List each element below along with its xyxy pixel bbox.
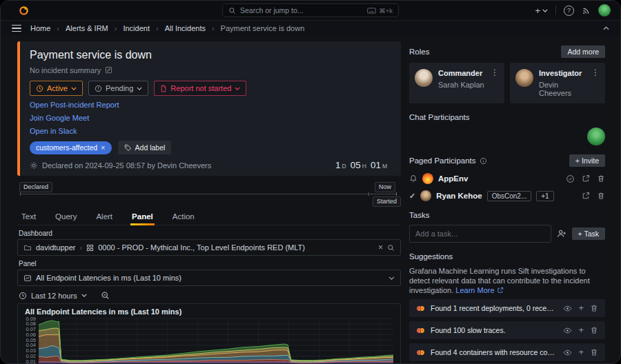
suggestion-item[interactable]: Found 1 recent deployments, 0 recent sta… [409,299,605,317]
breadcrumb-alerts-irm[interactable]: Alerts & IRM [66,24,108,32]
trash-icon[interactable] [590,326,598,334]
suggestions-section: Suggestions Grafana Machine Learning run… [409,251,605,361]
clock-icon [19,292,27,300]
timeline-now-chip: Now [375,182,395,192]
open-post-incident-report-link[interactable]: Open Post-incident Report [30,101,390,110]
trash-icon[interactable] [597,174,605,183]
topbar-divider [555,6,556,15]
sift-brain-icon [416,304,425,313]
status-report-dropdown[interactable]: Report not started [154,81,246,96]
check-icon: ✓ [409,192,415,201]
open-in-slack-link[interactable]: Open in Slack [30,127,390,136]
learn-more-link[interactable]: Learn More [455,286,503,294]
menu-toggle-icon[interactable] [12,25,21,32]
svg-text:0.09: 0.09 [26,316,36,322]
status-pending-dropdown[interactable]: Pending [88,81,148,96]
external-link-icon[interactable] [582,192,590,200]
trash-icon[interactable] [590,348,598,356]
breadcrumb-current: Payment service is down [221,24,305,32]
message-tabs: Text Query Alert Panel Action [17,209,401,225]
new-menu-button[interactable]: + [535,6,548,16]
eye-icon[interactable] [563,348,572,357]
graph-icon [23,274,32,282]
tasks-section: Tasks + Task [409,210,605,243]
svg-text:0.06: 0.06 [26,332,36,338]
paged-row-appenv: AppEnv [409,173,605,184]
dashboard-picker[interactable]: davidtupper › 0000 - PROD - Mythical Inc… [17,239,401,256]
time-range-picker[interactable]: Last 12 hours [31,292,77,300]
gear-icon[interactable] [30,161,38,170]
role-card-commander[interactable]: Commander Sarah Kaplan ⋮ [409,63,504,103]
plus-icon[interactable]: + [578,327,584,334]
clear-icon[interactable]: × [378,243,383,252]
zoom-out-icon[interactable] [101,291,110,300]
assign-person-icon[interactable] [557,229,566,239]
search-icon[interactable] [387,244,395,252]
plus-icon[interactable]: + [578,305,584,312]
tab-alert[interactable]: Alert [95,209,114,225]
apps-grid-icon [86,244,94,252]
tab-panel[interactable]: Panel [130,209,155,225]
dashboard-name: 0000 - PROD - Mythical Inc., Top Level E… [98,243,305,252]
add-task-input[interactable] [409,225,551,243]
chevron-down-icon [137,87,142,90]
role-card-investigator[interactable]: Investigator Devin Cheevers ⋮ [510,63,605,103]
eye-icon[interactable] [563,326,572,335]
invite-button[interactable]: + Invite [569,154,605,167]
breadcrumb-separator: › [156,24,159,32]
schedule-badge[interactable]: ObsCon2... [487,191,532,201]
status-active-dropdown[interactable]: Active [30,81,83,96]
kebab-menu-icon[interactable]: ⋮ [491,69,499,76]
info-icon [480,157,487,165]
chevron-down-icon [71,87,77,90]
kebab-menu-icon[interactable]: ⋮ [591,69,600,76]
remove-label-icon[interactable]: × [101,143,105,152]
grafana-logo-icon[interactable] [19,6,29,16]
trash-icon[interactable] [590,304,598,312]
breadcrumb-home[interactable]: Home [30,24,50,32]
latency-stacked-area-chart[interactable]: 00.010.020.030.040.050.060.070.080.0902:… [18,316,399,364]
search-icon [228,7,236,14]
more-badge[interactable]: +1 [536,191,553,201]
document-icon [160,85,167,92]
timeline-declared-chip: Declared [19,182,52,192]
panel-picker[interactable]: All Endpoint Latencies in ms (Last 10 mi… [17,270,401,286]
dashboard-field-label: Dashboard [19,230,401,237]
label-pill[interactable]: customers-affected × [30,141,112,154]
chevron-down-icon [388,276,395,280]
external-link-icon[interactable] [582,174,590,183]
search-input[interactable]: Search or jump to... ⌘+k [222,3,399,17]
edit-summary-icon[interactable] [105,66,112,74]
breadcrumb-incident[interactable]: Incident [123,24,150,32]
suggestion-text: Found 1 recent deployments, 0 recent sta… [431,304,558,312]
plus-icon[interactable]: + [578,349,584,356]
tab-text[interactable]: Text [20,209,37,225]
join-google-meet-link[interactable]: Join Google Meet [30,114,390,123]
chat-participant-avatar[interactable] [587,128,605,145]
add-more-roles-button[interactable]: Add more [561,46,605,58]
tab-query[interactable]: Query [54,209,78,225]
breadcrumb-separator: › [57,24,59,32]
chevron-up-icon[interactable] [603,26,609,30]
add-label-text: Add label [135,143,166,152]
svg-text:0.07: 0.07 [26,326,36,332]
eye-icon[interactable] [563,304,572,313]
trash-icon[interactable] [597,192,605,200]
chevron-down-icon [235,87,240,90]
timeline-line[interactable] [20,194,369,194]
status-active-label: Active [47,84,68,92]
tab-action[interactable]: Action [171,209,196,225]
add-task-button[interactable]: + Task [572,228,605,240]
timeline-future-segment [371,194,397,194]
acknowledge-icon[interactable] [566,174,575,183]
user-avatar[interactable] [598,4,611,17]
help-icon[interactable]: ? [564,6,574,16]
incident-sidebar: Roles Add more Commander Sarah Kaplan ⋮ [409,36,605,364]
suggestion-item[interactable]: Found 4 containers with resource content… [409,343,605,361]
news-rss-icon[interactable] [582,6,591,15]
suggestion-item[interactable]: Found 100 slow traces. + [409,321,605,339]
label-text: customers-affected [36,143,97,152]
bell-icon [409,174,417,183]
breadcrumb-all-incidents[interactable]: All Incidents [165,24,206,32]
add-label-button[interactable]: Add label [118,141,172,154]
